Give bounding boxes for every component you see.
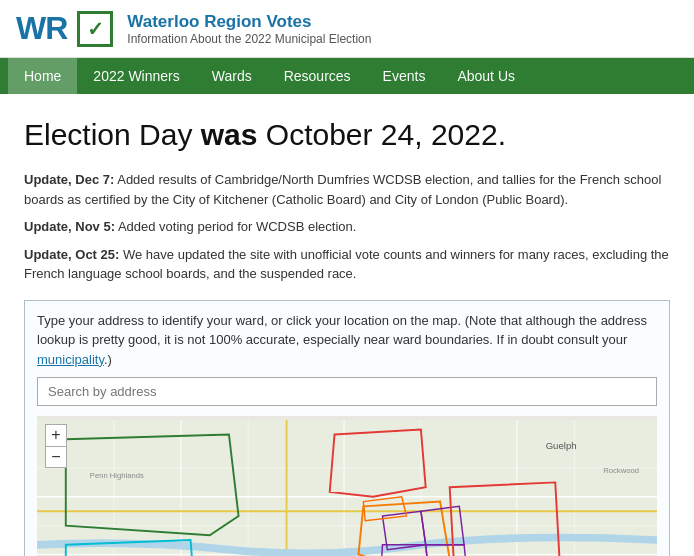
site-title-block: Waterloo Region Votes Information About …: [127, 12, 371, 46]
nav-about-us[interactable]: About Us: [441, 58, 531, 94]
zoom-out-button[interactable]: −: [45, 446, 67, 468]
map-svg: Guelph Rockwood Stratford Penn Highlands: [37, 416, 657, 556]
update-nov5: Update, Nov 5: Added voting period for W…: [24, 217, 670, 237]
main-content: Election Day was October 24, 2022. Updat…: [0, 94, 694, 556]
election-heading-suffix: October 24, 2022.: [257, 118, 506, 151]
update-oct25: Update, Oct 25: We have updated the site…: [24, 245, 670, 284]
main-nav: Home 2022 Winners Wards Resources Events…: [0, 58, 694, 94]
update-dec7-label: Update, Dec 7:: [24, 172, 114, 187]
site-subtitle: Information About the 2022 Municipal Ele…: [127, 32, 371, 46]
ward-finder: Type your address to identify your ward,…: [24, 300, 670, 557]
election-heading: Election Day was October 24, 2022.: [24, 118, 670, 152]
nav-resources[interactable]: Resources: [268, 58, 367, 94]
municipality-link[interactable]: municipality: [37, 352, 104, 367]
update-nov5-label: Update, Nov 5:: [24, 219, 115, 234]
nav-events[interactable]: Events: [367, 58, 442, 94]
logo-area: WR ✓ Waterloo Region Votes Information A…: [16, 10, 371, 47]
svg-text:Rockwood: Rockwood: [603, 466, 639, 475]
svg-text:Guelph: Guelph: [546, 440, 577, 451]
update-dec7: Update, Dec 7: Added results of Cambridg…: [24, 170, 670, 209]
nav-2022-winners[interactable]: 2022 Winners: [77, 58, 195, 94]
site-title: Waterloo Region Votes: [127, 12, 371, 32]
zoom-in-button[interactable]: +: [45, 424, 67, 446]
logo-letters: WR: [16, 10, 67, 47]
nav-home[interactable]: Home: [8, 58, 77, 94]
site-header: WR ✓ Waterloo Region Votes Information A…: [0, 0, 694, 58]
zoom-controls: + −: [45, 424, 67, 468]
address-search-input[interactable]: [37, 377, 657, 406]
svg-text:Penn Highlands: Penn Highlands: [90, 471, 144, 480]
update-oct25-label: Update, Oct 25:: [24, 247, 119, 262]
nav-wards[interactable]: Wards: [196, 58, 268, 94]
ward-map[interactable]: + −: [37, 416, 657, 556]
update-nov5-text: Added voting period for WCDSB election.: [118, 219, 356, 234]
election-heading-bold: was: [201, 118, 258, 151]
logo-checkmark-icon: ✓: [77, 11, 113, 47]
update-oct25-text: We have updated the site with unofficial…: [24, 247, 669, 282]
update-dec7-text: Added results of Cambridge/North Dumfrie…: [24, 172, 661, 207]
ward-finder-description: Type your address to identify your ward,…: [37, 311, 657, 370]
ward-finder-desc-start: Type your address to identify your ward,…: [37, 313, 647, 348]
ward-finder-desc-end: .): [104, 352, 112, 367]
election-heading-prefix: Election Day: [24, 118, 201, 151]
